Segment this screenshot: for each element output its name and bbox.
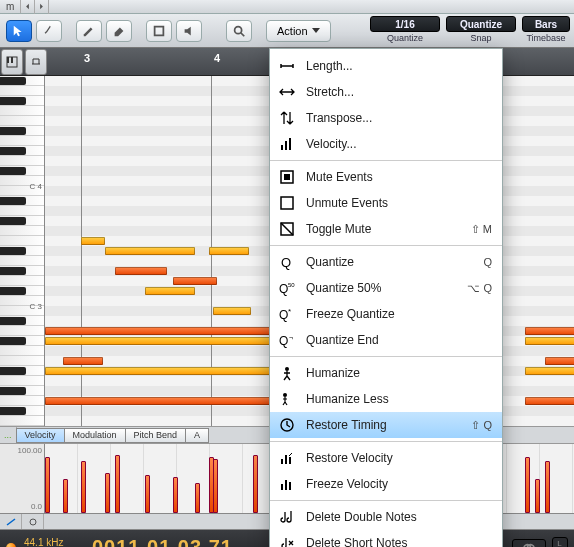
svg-rect-24 <box>285 455 287 464</box>
menu-item-label: Toggle Mute <box>306 222 461 236</box>
velocity-max: 100.00 <box>0 446 42 455</box>
midi-note[interactable] <box>45 337 270 345</box>
snap-label: Snap <box>470 33 491 43</box>
drum-view-button[interactable] <box>25 49 47 75</box>
menu-item-label: Humanize <box>306 366 482 380</box>
scroll-right-icon[interactable] <box>35 0 49 14</box>
lane-velocity-tab[interactable]: Velocity <box>16 428 65 443</box>
lane-toggle-button[interactable] <box>22 514 44 529</box>
lane-modulation-tab[interactable]: Modulation <box>64 428 126 443</box>
timebase-button[interactable]: Bars <box>522 16 570 32</box>
menu-item-humanize[interactable]: Humanize <box>270 360 502 386</box>
listen-tool-button[interactable] <box>176 20 202 42</box>
velocity-bar[interactable] <box>105 473 110 513</box>
menu-item-humanless[interactable]: Humanize Less <box>270 386 502 412</box>
velocity-bar[interactable] <box>545 461 550 513</box>
transport-time[interactable]: 0011.01.03.71 <box>92 536 233 547</box>
menu-item-velocity[interactable]: Velocity... <box>270 131 502 157</box>
menu-item-stretch[interactable]: Stretch... <box>270 79 502 105</box>
menu-item-freezev[interactable]: Freeze Velocity <box>270 471 502 497</box>
svg-rect-27 <box>285 480 287 490</box>
key-label: C 3 <box>30 302 42 311</box>
unmuteev-icon <box>278 194 296 212</box>
timebase-label: Timebase <box>526 33 565 43</box>
menu-separator <box>270 356 502 357</box>
menu-item-label: Freeze Quantize <box>306 307 482 321</box>
midi-note[interactable] <box>173 277 217 285</box>
muteev-icon <box>278 168 296 186</box>
menu-item-quantize[interactable]: QQuantizeQ <box>270 249 502 275</box>
midi-note[interactable] <box>545 357 574 365</box>
quantize-icon: Q <box>278 253 296 271</box>
svg-rect-0 <box>155 26 164 35</box>
svg-point-20 <box>285 367 289 371</box>
velocity-bar[interactable] <box>63 479 68 513</box>
velocity-bar[interactable] <box>115 455 120 513</box>
menu-item-transpose[interactable]: Transpose... <box>270 105 502 131</box>
menu-item-muteev[interactable]: Mute Events <box>270 164 502 190</box>
velocity-bar[interactable] <box>145 475 150 513</box>
midi-note[interactable] <box>105 247 195 255</box>
midi-note[interactable] <box>145 287 195 295</box>
piano-view-button[interactable] <box>1 49 23 75</box>
midi-note[interactable] <box>45 397 270 405</box>
menu-item-quant50[interactable]: Q50Quantize 50%⌥ Q <box>270 275 502 301</box>
velocity-bar[interactable] <box>195 483 200 513</box>
grid-value-button[interactable]: 1/16 <box>370 16 440 32</box>
midi-note[interactable] <box>525 367 574 375</box>
menu-item-label: Delete Short Notes <box>306 536 482 547</box>
arrow-tool-button[interactable] <box>6 20 32 42</box>
piano-keys[interactable]: C 4 C 3 <box>0 76 45 426</box>
lane-pitchbend-tab[interactable]: Pitch Bend <box>125 428 187 443</box>
velocity-bar[interactable] <box>525 457 530 513</box>
quantize-button[interactable]: Quantize <box>446 16 516 32</box>
lane-aftertouch-tab[interactable]: A <box>185 428 209 443</box>
velocity-bar[interactable] <box>535 479 540 513</box>
menu-item-length[interactable]: Length... <box>270 53 502 79</box>
mute-tool-button[interactable] <box>146 20 172 42</box>
menu-item-restoret[interactable]: Restore Timing⇧ Q <box>270 412 502 438</box>
midi-note[interactable] <box>525 397 574 405</box>
humanize-icon <box>278 364 296 382</box>
midi-note[interactable] <box>213 307 251 315</box>
draw-tool-button[interactable] <box>76 20 102 42</box>
svg-text:Q: Q <box>281 255 291 270</box>
menu-separator <box>270 245 502 246</box>
midi-note[interactable] <box>525 327 574 335</box>
midi-note[interactable] <box>63 357 103 365</box>
lane-more-button[interactable]: ... <box>0 427 17 443</box>
menu-item-freezeq[interactable]: Q*Freeze Quantize <box>270 301 502 327</box>
menu-item-delshort[interactable]: Delete Short Notes <box>270 530 502 547</box>
velocity-bar[interactable] <box>45 457 50 513</box>
velocity-bar[interactable] <box>173 477 178 513</box>
svg-rect-8 <box>289 138 291 150</box>
midi-note[interactable] <box>525 337 574 345</box>
erase-tool-button[interactable] <box>106 20 132 42</box>
search-tool-button[interactable] <box>226 20 252 42</box>
action-menu-button[interactable]: Action <box>266 20 331 42</box>
velocity-bar[interactable] <box>81 461 86 513</box>
midi-note[interactable] <box>209 247 249 255</box>
lane-line-button[interactable] <box>0 514 22 529</box>
menu-item-qend[interactable]: Q¬Quantize End <box>270 327 502 353</box>
menu-separator <box>270 441 502 442</box>
menu-item-label: Stretch... <box>306 85 482 99</box>
svg-text:*: * <box>288 307 291 316</box>
midi-note[interactable] <box>45 327 270 335</box>
velocity-bar[interactable] <box>213 459 218 513</box>
velocity-bar[interactable] <box>253 455 258 513</box>
midi-note[interactable] <box>115 267 167 275</box>
menu-item-label: Restore Timing <box>306 418 461 432</box>
menu-item-deldbl[interactable]: Delete Double Notes <box>270 504 502 530</box>
menu-item-label: Restore Velocity <box>306 451 482 465</box>
pin-tool-button[interactable] <box>36 20 62 42</box>
menu-item-shortcut: ⇧ M <box>471 223 492 236</box>
scroll-left-icon[interactable] <box>21 0 35 14</box>
menu-item-restorev[interactable]: Restore Velocity <box>270 445 502 471</box>
midi-note[interactable] <box>81 237 105 245</box>
menu-item-togmute[interactable]: Toggle Mute⇧ M <box>270 216 502 242</box>
menu-item-label: Quantize 50% <box>306 281 457 295</box>
midi-note[interactable] <box>45 367 270 375</box>
loop-button[interactable] <box>512 539 546 548</box>
menu-item-unmuteev[interactable]: Unmute Events <box>270 190 502 216</box>
